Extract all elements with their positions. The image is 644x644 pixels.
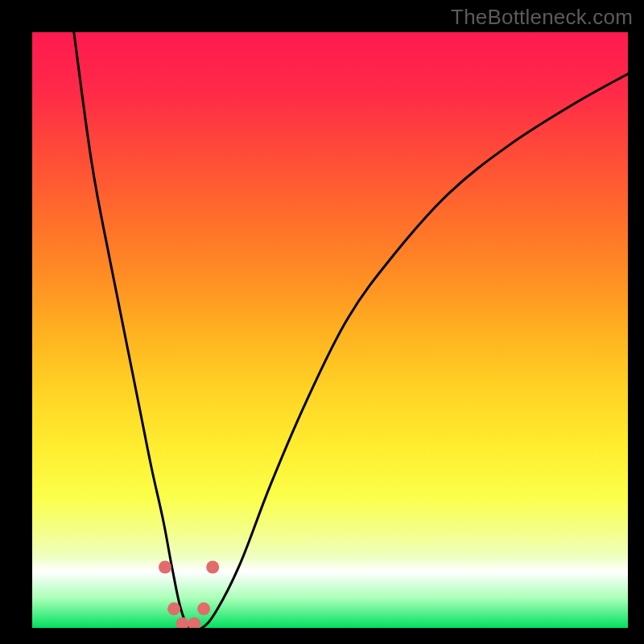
marker-dot xyxy=(197,602,210,615)
watermark-text: TheBottleneck.com xyxy=(451,5,633,30)
marker-dot xyxy=(206,561,219,574)
bottleneck-curve xyxy=(74,32,628,628)
marker-dot xyxy=(175,617,188,628)
curve-layer xyxy=(32,32,628,628)
plot-area xyxy=(32,32,628,628)
outer-frame: TheBottleneck.com xyxy=(0,0,644,644)
marker-dot xyxy=(167,602,180,615)
marker-dot xyxy=(188,617,200,628)
marker-dot xyxy=(159,561,171,574)
